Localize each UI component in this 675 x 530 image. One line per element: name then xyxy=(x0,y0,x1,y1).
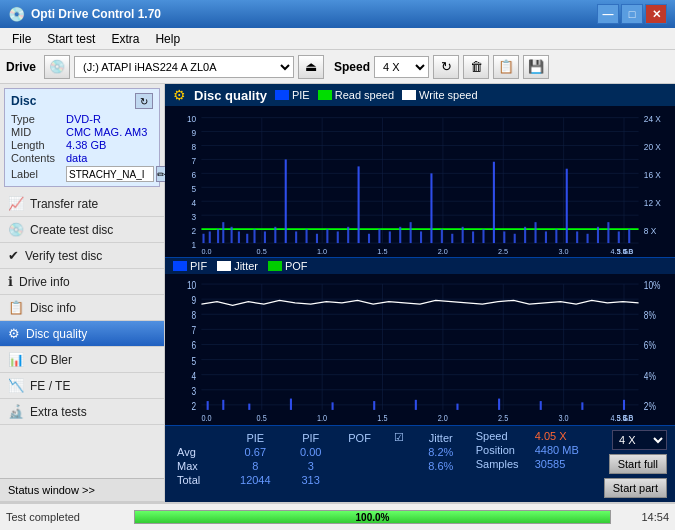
label-input[interactable] xyxy=(66,166,154,182)
speed-stat-label: Speed xyxy=(476,430,531,442)
extra-tests-label: Extra tests xyxy=(30,405,87,419)
sidebar-item-create-test-disc[interactable]: 💿 Create test disc xyxy=(0,217,164,243)
svg-text:4.5 GB: 4.5 GB xyxy=(610,246,633,255)
stats-area: PIE PIF POF ☑ Jitter Avg 0.67 0. xyxy=(165,425,675,502)
label-label: Label xyxy=(11,168,66,180)
menu-extra[interactable]: Extra xyxy=(103,30,147,48)
svg-rect-49 xyxy=(246,234,248,243)
sidebar-item-cd-bler[interactable]: 📊 CD Bler xyxy=(0,347,164,373)
svg-text:0.0: 0.0 xyxy=(201,414,212,424)
start-part-button[interactable]: Start part xyxy=(604,478,667,498)
svg-text:1.5: 1.5 xyxy=(377,414,388,424)
action-buttons: 4 X Start full Start part xyxy=(604,430,667,498)
max-jitter: 8.6% xyxy=(414,459,468,473)
sidebar-item-transfer-rate[interactable]: 📈 Transfer rate xyxy=(0,191,164,217)
disc-info-label: Disc info xyxy=(30,301,76,315)
svg-rect-87 xyxy=(165,274,675,425)
max-check xyxy=(385,459,414,473)
right-stats: Speed 4.05 X Position 4480 MB Samples 30… xyxy=(476,430,596,470)
disc-refresh-button[interactable]: ↻ xyxy=(135,93,153,109)
sidebar-item-disc-info[interactable]: 📋 Disc info xyxy=(0,295,164,321)
header-check: ☑ xyxy=(385,430,414,445)
svg-rect-51 xyxy=(264,231,266,243)
svg-rect-78 xyxy=(545,231,547,243)
eject-button[interactable]: ⏏ xyxy=(298,55,324,79)
sidebar-item-verify-test-disc[interactable]: ✔ Verify test disc xyxy=(0,243,164,269)
svg-text:20 X: 20 X xyxy=(644,142,661,153)
svg-text:1.0: 1.0 xyxy=(317,414,328,424)
type-value: DVD-R xyxy=(66,113,101,125)
menu-bar: File Start test Extra Help xyxy=(0,28,675,50)
menu-help[interactable]: Help xyxy=(147,30,188,48)
start-full-button[interactable]: Start full xyxy=(609,454,667,474)
mid-label: MID xyxy=(11,126,66,138)
avg-pie: 0.67 xyxy=(224,445,287,459)
sidebar-item-drive-info[interactable]: ℹ Drive info xyxy=(0,269,164,295)
svg-text:3: 3 xyxy=(192,386,197,397)
progress-text: 100.0% xyxy=(135,511,610,523)
read-speed-legend-label: Read speed xyxy=(335,89,394,101)
drive-label: Drive xyxy=(6,60,36,74)
sidebar-item-fe-te[interactable]: 📉 FE / TE xyxy=(0,373,164,399)
stats-table: PIE PIF POF ☑ Jitter Avg 0.67 0. xyxy=(173,430,468,487)
svg-text:4%: 4% xyxy=(644,371,656,382)
sidebar-item-disc-quality[interactable]: ⚙ Disc quality xyxy=(0,321,164,347)
svg-rect-121 xyxy=(290,399,292,410)
menu-start-test[interactable]: Start test xyxy=(39,30,103,48)
speed-label: Speed xyxy=(334,60,370,74)
drive-select[interactable]: (J:) ATAPI iHAS224 A ZL0A xyxy=(74,56,294,78)
svg-text:6: 6 xyxy=(192,341,197,352)
chart2-svg: 10 9 8 7 6 5 4 3 2 10% 8% 6% 4% 2% xyxy=(165,274,675,425)
svg-text:6: 6 xyxy=(192,170,197,181)
stats-table-container: PIE PIF POF ☑ Jitter Avg 0.67 0. xyxy=(173,430,468,487)
svg-rect-50 xyxy=(253,229,255,243)
close-button[interactable]: ✕ xyxy=(645,4,667,24)
svg-rect-63 xyxy=(389,231,391,243)
app-title: Opti Drive Control 1.70 xyxy=(31,7,597,21)
drive-icon-btn[interactable]: 💿 xyxy=(44,55,70,79)
status-window-label: Status window >> xyxy=(8,484,95,496)
menu-file[interactable]: File xyxy=(4,30,39,48)
svg-rect-68 xyxy=(441,229,443,243)
save-button[interactable]: 💾 xyxy=(523,55,549,79)
svg-rect-61 xyxy=(368,234,370,243)
read-speed-legend-color xyxy=(318,90,332,100)
avg-label: Avg xyxy=(173,445,224,459)
jitter-legend-label: Jitter xyxy=(234,260,258,272)
svg-text:1.0: 1.0 xyxy=(317,246,327,255)
cd-bler-icon: 📊 xyxy=(8,352,24,367)
svg-text:16 X: 16 X xyxy=(644,170,661,181)
refresh-button[interactable]: ↻ xyxy=(433,55,459,79)
transfer-rate-label: Transfer rate xyxy=(30,197,98,211)
svg-rect-119 xyxy=(222,400,224,410)
svg-rect-81 xyxy=(576,231,578,243)
disc-quality-icon: ⚙ xyxy=(8,326,20,341)
header-pif: PIF xyxy=(287,430,335,445)
status-area: Status window >> xyxy=(0,478,164,502)
svg-rect-59 xyxy=(347,227,349,243)
clear-button[interactable]: 🗑 xyxy=(463,55,489,79)
svg-text:1.5: 1.5 xyxy=(377,246,387,255)
chart-speed-select[interactable]: 4 X xyxy=(612,430,667,450)
svg-rect-125 xyxy=(456,404,458,410)
cd-bler-label: CD Bler xyxy=(30,353,72,367)
pif-legend-color xyxy=(173,261,187,271)
avg-row: Avg 0.67 0.00 8.2% xyxy=(173,445,468,459)
copy-button[interactable]: 📋 xyxy=(493,55,519,79)
speed-select[interactable]: 4 X xyxy=(374,56,429,78)
status-window-button[interactable]: Status window >> xyxy=(0,479,164,502)
contents-value: data xyxy=(66,152,87,164)
time-display: 14:54 xyxy=(619,511,669,523)
svg-rect-86 xyxy=(628,229,630,243)
sidebar-item-extra-tests[interactable]: 🔬 Extra tests xyxy=(0,399,164,425)
extra-tests-icon: 🔬 xyxy=(8,404,24,419)
toolbar: Drive 💿 (J:) ATAPI iHAS224 A ZL0A ⏏ Spee… xyxy=(0,50,675,84)
svg-text:2%: 2% xyxy=(644,401,656,412)
fe-te-icon: 📉 xyxy=(8,378,24,393)
svg-text:3.0: 3.0 xyxy=(558,414,569,424)
write-speed-legend-color xyxy=(402,90,416,100)
maximize-button[interactable]: □ xyxy=(621,4,643,24)
minimize-button[interactable]: — xyxy=(597,4,619,24)
svg-rect-120 xyxy=(248,404,250,410)
pof-legend-label: POF xyxy=(285,260,308,272)
